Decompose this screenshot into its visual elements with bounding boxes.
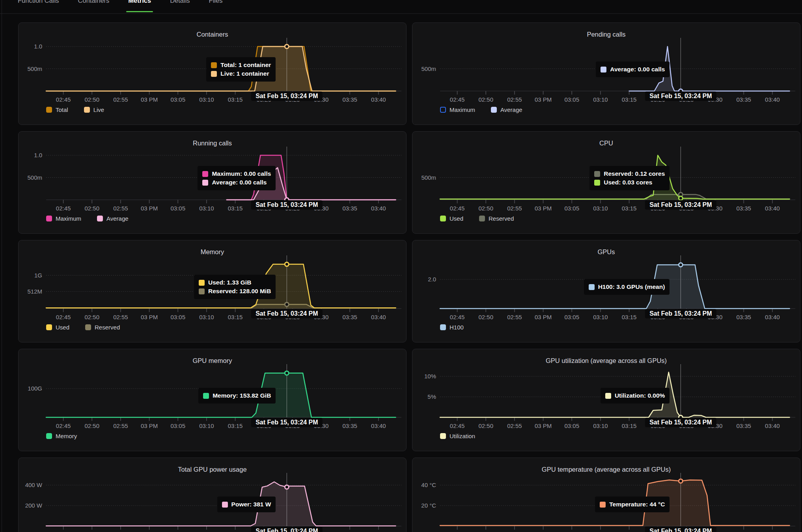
legend-label: Average (106, 215, 129, 222)
tab-files[interactable]: Files (209, 0, 223, 13)
x-axis-label: 02:50 (478, 205, 493, 212)
tooltip-text: Total: 1 container (220, 61, 271, 69)
series-tooltip: Power: 381 W (217, 497, 276, 512)
legend-item-memory[interactable]: Memory (46, 433, 77, 439)
x-axis-label: 03:10 (199, 314, 214, 320)
legend-item-average[interactable]: Average (97, 215, 129, 222)
legend-label: Average (500, 106, 522, 113)
timestamp-tooltip: Sat Feb 15, 03:24 PM (251, 309, 322, 318)
timestamp-tooltip: Sat Feb 15, 03:24 PM (645, 200, 716, 210)
x-axis-label: 03:10 (199, 422, 214, 429)
chart-card-pending-calls: Pending calls500m02:4502:5002:5503 PM03:… (412, 22, 800, 125)
x-axis-label: 03 PM (535, 96, 552, 103)
x-axis-label: 03:40 (371, 205, 386, 212)
tooltip-text: Reserved: 128.00 MiB (208, 288, 271, 295)
x-axis-label: 02:50 (478, 422, 493, 429)
series-tooltip: H100: 3.0 GPUs (mean) (584, 279, 670, 295)
x-axis-label: 02:55 (113, 422, 128, 429)
tooltip-text: Used: 1.33 GiB (208, 279, 251, 286)
tab-label: Function Calls (18, 0, 59, 4)
tooltip-swatch (601, 67, 606, 73)
timestamp-tooltip: Sat Feb 15, 03:24 PM (645, 418, 716, 427)
series-line-reserved (440, 194, 790, 199)
legend-swatch (479, 216, 485, 221)
x-axis-label: 03:05 (564, 314, 579, 320)
timestamp-tooltip: Sat Feb 15, 03:24 PM (251, 526, 322, 532)
charts-grid: Containers1.0500m02:4502:5002:5503 PM03:… (0, 14, 802, 532)
legend-item-used[interactable]: Used (440, 215, 463, 222)
legend-item-h100[interactable]: H100 (440, 324, 464, 331)
chart-legend: MaximumAverage (440, 106, 522, 113)
tab-metrics[interactable]: Metrics (128, 0, 151, 13)
tab-containers[interactable]: Containers (78, 0, 110, 13)
legend-item-used[interactable]: Used (46, 324, 69, 331)
x-axis-label: 03:40 (765, 314, 780, 320)
legend-swatch (440, 324, 446, 330)
tooltip-swatch (211, 62, 217, 68)
series-tooltip: Total: 1 containerLive: 1 container (206, 57, 276, 82)
x-axis-label: 02:50 (84, 205, 99, 212)
x-axis-label: 03:35 (736, 205, 751, 212)
tooltip-text: Average: 0.00 calls (610, 66, 665, 73)
series-tooltip: Average: 0.00 calls (596, 61, 670, 77)
legend-item-average[interactable]: Average (491, 106, 522, 113)
cursor-marker (285, 262, 289, 266)
legend-item-utilization[interactable]: Utilization (440, 433, 475, 439)
x-axis-label: 02:55 (507, 205, 522, 212)
legend-item-live[interactable]: Live (84, 106, 104, 113)
legend-swatch (440, 216, 446, 221)
tab-details[interactable]: Details (170, 0, 190, 13)
series-tooltip: Used: 1.33 GiBReserved: 128.00 MiB (194, 275, 276, 299)
page-left-border (2, 0, 2, 532)
tooltip-text: Temperature: 44 °C (609, 501, 665, 508)
series-tooltip: Utilization: 0.00% (601, 388, 670, 404)
legend-label: Reserved (95, 324, 120, 331)
chart-legend: MaximumAverage (46, 215, 129, 222)
legend-swatch (97, 216, 103, 221)
x-axis-label: 02:50 (84, 314, 99, 320)
tooltip-swatch (199, 288, 205, 294)
tooltip-swatch (202, 180, 208, 186)
x-axis-label: 02:45 (450, 205, 465, 212)
x-axis-label: 03:40 (765, 96, 780, 103)
x-axis-label: 03:15 (228, 314, 243, 320)
x-axis-label: 02:50 (478, 314, 493, 320)
legend-label: Reserved (489, 215, 514, 222)
x-axis-label: 02:45 (56, 314, 71, 320)
legend-swatch (46, 216, 52, 221)
chart-card-gpu-utilization: GPU utilization (average across all GPUs… (412, 349, 800, 451)
cursor-marker (285, 485, 289, 489)
legend-item-total[interactable]: Total (46, 106, 68, 113)
x-axis-label: 03 PM (141, 96, 158, 103)
legend-label: Maximum (56, 215, 81, 222)
y-axis-label: 5% (427, 393, 436, 400)
legend-swatch (46, 324, 52, 330)
tooltip-swatch (594, 180, 600, 186)
x-axis-label: 03 PM (141, 205, 158, 212)
legend-label: Used (56, 324, 69, 331)
chart-plot-area[interactable]: 400 W200 W02:4502:5002:5503 PM03:0503:10… (19, 458, 406, 532)
y-axis-label: 200 W (25, 502, 43, 509)
series-tooltip: Reserved: 0.12 coresUsed: 0.03 cores (589, 166, 670, 190)
series-tooltip: Memory: 153.82 GiB (198, 388, 276, 404)
cursor-marker (679, 196, 683, 200)
x-axis-label: 02:45 (450, 96, 465, 103)
legend-item-reserved[interactable]: Reserved (85, 324, 120, 331)
timestamp-tooltip: Sat Feb 15, 03:24 PM (251, 418, 322, 427)
x-axis-label: 02:50 (478, 96, 493, 103)
chart-plot-area[interactable]: 40 °C20 °C02:4502:5002:5503 PM03:0503:10… (412, 458, 800, 532)
y-axis-label: 1.0 (34, 43, 42, 50)
x-axis-label: 03:35 (736, 314, 751, 320)
tooltip-text: Live: 1 container (220, 70, 269, 77)
x-axis-label: 03:15 (622, 205, 637, 212)
legend-item-maximum[interactable]: Maximum (440, 106, 475, 113)
chart-card-gpu-temperature: GPU temperature (average across all GPUs… (412, 458, 800, 532)
chart-card-gpus: GPUs2.002:4502:5002:5503 PM03:0503:1003:… (412, 240, 800, 342)
legend-item-maximum[interactable]: Maximum (46, 215, 81, 222)
tab-function-calls[interactable]: Function Calls (18, 0, 59, 13)
legend-item-reserved[interactable]: Reserved (479, 215, 514, 222)
legend-label: Memory (56, 433, 77, 439)
chart-legend: Memory (46, 433, 77, 439)
tooltip-text: Average: 0.00 calls (212, 179, 267, 186)
x-axis-label: 03:05 (170, 96, 185, 103)
